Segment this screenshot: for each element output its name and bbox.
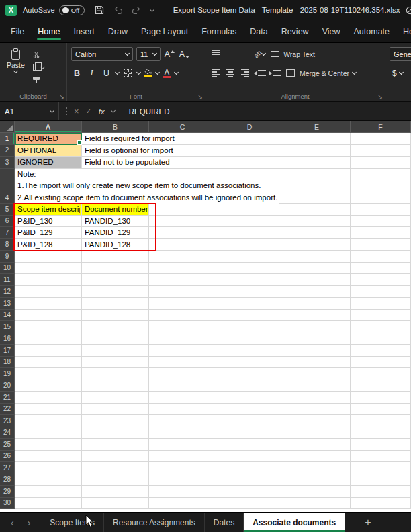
- cell-A10[interactable]: [15, 263, 82, 275]
- cell-B8[interactable]: PANDID_128: [82, 239, 149, 251]
- accounting-format-button[interactable]: $: [390, 69, 403, 78]
- menu-data[interactable]: Data: [243, 20, 274, 42]
- row-header-5[interactable]: 5: [0, 204, 15, 216]
- menu-home[interactable]: Home: [31, 20, 66, 42]
- cell-C14[interactable]: [149, 310, 216, 322]
- cell-C15[interactable]: [149, 321, 216, 333]
- cell-C18[interactable]: [149, 357, 216, 369]
- cell-B25[interactable]: [82, 439, 149, 451]
- sheet-tab-associate-documents[interactable]: Associate documents: [244, 513, 345, 532]
- sheet-tab-dates[interactable]: Dates: [205, 513, 244, 532]
- cell-E7[interactable]: [283, 227, 351, 239]
- cell-D24[interactable]: [216, 427, 283, 439]
- cell-A22[interactable]: [15, 404, 82, 416]
- cell-F10[interactable]: [351, 263, 411, 275]
- cell-E18[interactable]: [283, 357, 351, 369]
- cell-D30[interactable]: [216, 498, 283, 510]
- cell-B12[interactable]: [82, 286, 149, 298]
- font-color-button[interactable]: A: [163, 69, 171, 78]
- cell-C11[interactable]: [149, 274, 216, 286]
- cell-A27[interactable]: [15, 462, 82, 474]
- cell-B10[interactable]: [82, 263, 149, 275]
- menu-automate[interactable]: Automate: [347, 20, 397, 42]
- align-top-button[interactable]: [210, 48, 221, 60]
- cell-A12[interactable]: [15, 286, 82, 298]
- cell-A9[interactable]: [15, 251, 82, 263]
- sheet-nav-right-icon[interactable]: ›: [28, 517, 31, 528]
- formula-bar-value[interactable]: REQUIRED: [122, 107, 177, 116]
- row-header-20[interactable]: 20: [0, 380, 15, 392]
- cell-C24[interactable]: [149, 427, 216, 439]
- cell-B30[interactable]: [82, 498, 149, 510]
- cell-E1[interactable]: [283, 133, 351, 145]
- excel-logo-icon[interactable]: X: [5, 5, 17, 16]
- cell-E22[interactable]: [283, 404, 351, 416]
- cell-C23[interactable]: [149, 415, 216, 427]
- cell-A2[interactable]: OPTIONAL: [15, 145, 82, 157]
- cell-E26[interactable]: [283, 451, 351, 463]
- cell-A28[interactable]: [15, 474, 82, 486]
- row-header-15[interactable]: 15: [0, 321, 15, 333]
- column-header-E[interactable]: E: [283, 121, 351, 133]
- cell-D13[interactable]: [216, 298, 283, 310]
- cell-B17[interactable]: [82, 345, 149, 357]
- row-header-28[interactable]: 28: [0, 474, 15, 486]
- row-header-2[interactable]: 2: [0, 145, 15, 157]
- cell-A20[interactable]: [15, 380, 82, 392]
- copy-button[interactable]: [33, 63, 44, 71]
- cell-A15[interactable]: [15, 321, 82, 333]
- cell-F24[interactable]: [351, 427, 411, 439]
- row-header-14[interactable]: 14: [0, 310, 15, 322]
- cell-F11[interactable]: [351, 274, 411, 286]
- cell-A18[interactable]: [15, 357, 82, 369]
- row-header-11[interactable]: 11: [0, 274, 15, 286]
- row-header-19[interactable]: 19: [0, 368, 15, 380]
- cell-D11[interactable]: [216, 274, 283, 286]
- cell-C27[interactable]: [149, 462, 216, 474]
- cell-A25[interactable]: [15, 439, 82, 451]
- cell-E5[interactable]: [283, 204, 351, 216]
- cell-F6[interactable]: [351, 216, 411, 228]
- cell-F28[interactable]: [351, 474, 411, 486]
- row-header-3[interactable]: 3: [0, 157, 15, 169]
- undo-button[interactable]: [113, 6, 123, 15]
- cell-A30[interactable]: [15, 498, 82, 510]
- cell-C20[interactable]: [149, 380, 216, 392]
- cell-C16[interactable]: [149, 333, 216, 345]
- cell-F15[interactable]: [351, 321, 411, 333]
- cell-E12[interactable]: [283, 286, 351, 298]
- cell-F2[interactable]: [351, 145, 411, 157]
- cell-E9[interactable]: [283, 251, 351, 263]
- cell-E8[interactable]: [283, 239, 351, 251]
- cell-C10[interactable]: [149, 263, 216, 275]
- cell-F8[interactable]: [351, 239, 411, 251]
- cell-A26[interactable]: [15, 451, 82, 463]
- cell-B28[interactable]: [82, 474, 149, 486]
- cell-A11[interactable]: [15, 274, 82, 286]
- row-header-6[interactable]: 6: [0, 216, 15, 228]
- borders-button[interactable]: [122, 66, 134, 79]
- cell-B9[interactable]: [82, 251, 149, 263]
- row-header-16[interactable]: 16: [0, 333, 15, 345]
- cell-F29[interactable]: [351, 486, 411, 498]
- menu-file[interactable]: File: [4, 20, 31, 42]
- cell-E17[interactable]: [283, 345, 351, 357]
- cell-C26[interactable]: [149, 451, 216, 463]
- cell-E2[interactable]: [283, 145, 351, 157]
- cell-B22[interactable]: [82, 404, 149, 416]
- cell-C22[interactable]: [149, 404, 216, 416]
- cell-E30[interactable]: [283, 498, 351, 510]
- cell-B19[interactable]: [82, 368, 149, 380]
- column-header-C[interactable]: C: [149, 121, 216, 133]
- cell-C7[interactable]: [149, 227, 216, 239]
- sheet-tab-resource-assignments[interactable]: Resource Assignments: [104, 513, 205, 532]
- cell-E13[interactable]: [283, 298, 351, 310]
- align-left-button[interactable]: [210, 66, 221, 79]
- cell-D18[interactable]: [216, 357, 283, 369]
- formula-bar-expand-chevron-icon[interactable]: [111, 108, 116, 113]
- cell-D22[interactable]: [216, 404, 283, 416]
- menu-insert[interactable]: Insert: [67, 20, 101, 42]
- cell-C9[interactable]: [149, 251, 216, 263]
- cell-D12[interactable]: [216, 286, 283, 298]
- fill-color-button[interactable]: [144, 69, 152, 77]
